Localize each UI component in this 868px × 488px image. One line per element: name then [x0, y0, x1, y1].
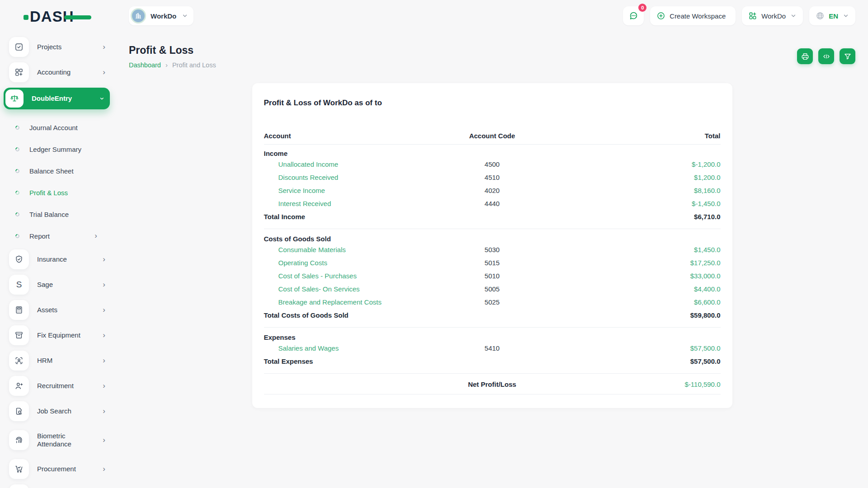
page-title: Profit & Loss — [129, 44, 216, 56]
globe-icon — [816, 11, 825, 20]
chevron-right-icon: › — [103, 407, 105, 416]
breadcrumb-dashboard-link[interactable]: Dashboard — [129, 61, 161, 69]
language-selector[interactable]: EN — [809, 6, 855, 25]
sidebar-item-hrm[interactable]: HRM › — [4, 351, 110, 371]
table-row: Interest Received 4440 $-1,450.0 — [264, 197, 721, 210]
app-root: DASH Projects › Accounting › — [0, 0, 868, 488]
net-profit-loss-row: Net Profit/Loss $-110,590.0 — [264, 375, 721, 394]
workspace-dropdown-label: WorkDo — [761, 12, 786, 20]
sidebar-subitem-report[interactable]: Report › — [4, 225, 110, 247]
sidebar-item-procurement[interactable]: Procurement › — [4, 459, 110, 479]
chevron-down-icon — [843, 13, 849, 19]
account-link[interactable]: Unallocated Income — [264, 160, 339, 168]
main-content: Profit & Loss Dashboard › Profit and Los… — [115, 32, 868, 488]
chat-button[interactable]: 0 — [623, 6, 644, 25]
account-link[interactable]: Operating Costs — [264, 259, 327, 267]
sidebar-subitem-trial-balance[interactable]: Trial Balance — [4, 203, 110, 225]
app-logo[interactable]: DASH — [30, 6, 98, 28]
sidebar-subitem-journal-account[interactable]: Journal Account — [4, 117, 110, 138]
workspace-selector[interactable]: WorkDo — [129, 6, 193, 25]
sidebar-subitem-ledger-summary[interactable]: Ledger Summary — [4, 138, 110, 160]
workspace-dropdown[interactable]: WorkDo — [742, 6, 803, 25]
sidebar-item-assets[interactable]: Assets › — [4, 300, 110, 320]
bullet-ring-icon — [14, 168, 20, 174]
account-link[interactable]: Discounts Received — [264, 174, 339, 181]
bullet-ring-icon — [14, 211, 20, 217]
account-code: 5025 — [416, 298, 568, 306]
section-total-label: Total Income — [264, 213, 416, 221]
chevron-right-icon: › — [103, 356, 105, 365]
print-button[interactable] — [797, 48, 813, 64]
create-workspace-button[interactable]: Create Workspace — [650, 6, 736, 25]
table-row: Discounts Received 4510 $1,200.0 — [264, 171, 721, 184]
sidebar-subitem-profit-loss[interactable]: Profit & Loss — [4, 182, 110, 203]
table-row: Operating Costs 5015 $17,250.0 — [264, 256, 721, 269]
section-costs-of-goods-sold: Costs of Goods Sold Consumable Materials… — [264, 230, 721, 328]
sidebar-item-label: Biometric Attendance — [37, 432, 92, 448]
account-code: 5030 — [416, 246, 568, 253]
fingerprint-icon — [9, 430, 29, 450]
sidebar-item-sage[interactable]: S Sage › — [4, 275, 110, 295]
sidebar-subitem-label: Balance Sheet — [29, 167, 74, 175]
cart-icon — [9, 459, 29, 479]
account-total: $4,400.0 — [568, 285, 721, 293]
account-link[interactable]: Cost of Sales - Purchases — [264, 272, 357, 280]
sidebar-item-insurance[interactable]: Insurance › — [4, 249, 110, 269]
section-header: Income — [264, 145, 721, 158]
sidebar-item-label: Projects — [37, 43, 92, 51]
dots-grid-icon — [9, 484, 29, 488]
sidebar-subitem-label: Ledger Summary — [29, 145, 81, 153]
sidebar-subitem-balance-sheet[interactable]: Balance Sheet — [4, 160, 110, 182]
chat-bubble-icon — [628, 11, 638, 21]
account-link[interactable]: Interest Received — [264, 200, 331, 207]
plus-circle-icon — [656, 11, 665, 20]
section-name: Expenses — [264, 333, 416, 341]
account-link[interactable]: Service Income — [264, 187, 325, 194]
account-link[interactable]: Salaries and Wages — [264, 344, 339, 352]
document-search-icon — [9, 401, 29, 421]
sidebar-item-label: DoubleEntry — [32, 94, 87, 103]
sidebar-item-accounting[interactable]: Accounting › — [4, 62, 110, 82]
account-code: 4440 — [416, 200, 568, 207]
section-total-value: $6,710.0 — [568, 213, 721, 221]
filter-button[interactable] — [840, 48, 855, 64]
breadcrumb-current: Profit and Loss — [172, 61, 216, 69]
logo-dot — [24, 15, 28, 20]
building-icon — [131, 8, 146, 23]
table-row: Service Income 4020 $8,160.0 — [264, 184, 721, 197]
sidebar-item-label: Accounting — [37, 68, 92, 76]
account-code: 4020 — [416, 187, 568, 194]
account-total: $33,000.0 — [568, 272, 721, 280]
column-header-account: Account — [264, 132, 416, 140]
account-link[interactable]: Consumable Materials — [264, 246, 346, 253]
sidebar-item-biometric-attendance[interactable]: Biometric Attendance › — [4, 427, 110, 454]
account-total: $8,160.0 — [568, 187, 721, 194]
export-code-button[interactable] — [818, 48, 834, 64]
sidebar-item-fix-equipment[interactable]: Fix Equipment › — [4, 325, 110, 345]
doubleentry-submenu: Journal Account Ledger Summary Balance S… — [4, 115, 110, 249]
profit-loss-table: Account Account Code Total Income Unallo… — [264, 131, 721, 394]
filter-icon — [844, 52, 852, 61]
section-name: Costs of Goods Sold — [264, 235, 416, 243]
table-row: Cost of Sales- On Services 5005 $4,400.0 — [264, 282, 721, 296]
sidebar-item-pos[interactable]: POS › — [4, 484, 110, 488]
sidebar-item-job-search[interactable]: Job Search › — [4, 401, 110, 421]
topbar-right-cluster: 0 Create Workspace WorkDo EN — [623, 6, 855, 25]
sidebar-nav: Projects › Accounting › DoubleEntry › — [0, 34, 115, 488]
account-link[interactable]: Cost of Sales- On Services — [264, 285, 360, 293]
letter-s-glyph: S — [16, 280, 22, 290]
sidebar-subitem-label: Profit & Loss — [29, 189, 68, 197]
account-code: 5410 — [416, 344, 568, 352]
account-code: 4510 — [416, 174, 568, 181]
chevron-right-icon: › — [103, 305, 105, 314]
chevron-down-icon — [182, 13, 188, 19]
sidebar-item-label: Recruitment — [37, 382, 92, 390]
calculator-icon — [9, 300, 29, 320]
sidebar-item-doubleentry[interactable]: DoubleEntry › — [4, 88, 110, 109]
account-link[interactable]: Breakage and Replacement Costs — [264, 298, 382, 306]
shield-check-icon — [9, 249, 29, 269]
language-code: EN — [829, 12, 838, 20]
printer-icon — [801, 52, 809, 61]
sidebar-item-recruitment[interactable]: Recruitment › — [4, 376, 110, 396]
sidebar-item-projects[interactable]: Projects › — [4, 37, 110, 57]
